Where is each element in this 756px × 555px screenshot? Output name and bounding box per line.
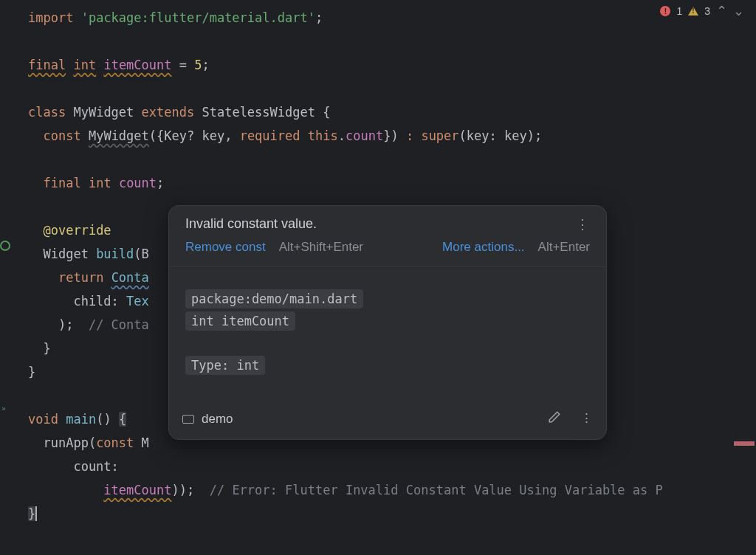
shortcut-hint: Alt+Shift+Enter — [279, 240, 363, 255]
doc-package-path: package:demo/main.dart — [185, 289, 363, 308]
code-line[interactable]: import 'package:flutter/material.dart'; — [28, 6, 756, 30]
doc-type: Type: int — [185, 356, 265, 375]
code-line[interactable] — [28, 30, 756, 53]
doc-declaration: int itemCount — [185, 311, 295, 331]
code-line[interactable]: final int itemCount = 5; — [28, 53, 756, 77]
module-icon — [182, 415, 194, 424]
problems-indicator[interactable]: ! 1 3 ⌃ ⌄ — [660, 3, 744, 19]
shortcut-hint: Alt+Enter — [538, 240, 590, 255]
code-line[interactable]: count: — [28, 455, 756, 478]
prev-highlight-button[interactable]: ⌃ — [716, 3, 727, 19]
edit-source-button[interactable] — [548, 410, 561, 427]
code-line[interactable]: final int count; — [28, 171, 756, 195]
diagnostic-title: Invalid constant value. — [185, 216, 317, 232]
error-count: 1 — [676, 5, 682, 17]
next-highlight-button[interactable]: ⌄ — [733, 3, 744, 19]
warning-count: 3 — [704, 5, 710, 17]
popup-more-button[interactable]: ⋮ — [580, 410, 593, 427]
error-stripe-marker[interactable] — [734, 441, 755, 446]
code-line[interactable]: const MyWidget({Key? key, required this.… — [28, 124, 756, 148]
quick-doc-popup: Invalid constant value. ⋮ Remove const A… — [168, 205, 607, 440]
more-actions-link[interactable]: More actions... — [442, 240, 525, 255]
code-line[interactable]: itemCount)); // Error: Flutter Invalid C… — [28, 478, 756, 502]
error-icon: ! — [660, 6, 670, 16]
code-line[interactable] — [28, 148, 756, 171]
override-gutter-icon[interactable] — [0, 241, 10, 251]
run-gutter-icon[interactable]: » — [1, 404, 12, 415]
code-line[interactable]: class MyWidget extends StatelessWidget { — [28, 100, 756, 124]
popup-menu-button[interactable]: ⋮ — [576, 216, 590, 232]
warning-icon — [688, 7, 698, 15]
code-line[interactable] — [28, 77, 756, 100]
module-name: demo — [202, 412, 233, 427]
quick-fix-link[interactable]: Remove const — [185, 240, 266, 255]
code-line[interactable]: } — [28, 502, 756, 525]
